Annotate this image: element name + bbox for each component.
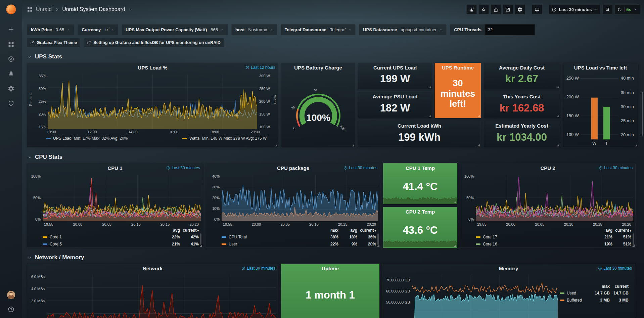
legend-row[interactable]: Core 1 22%42%	[43, 233, 199, 240]
panel-resize-handle[interactable]	[477, 144, 480, 146]
variable-value[interactable]: 865	[210, 27, 228, 32]
legend-row[interactable]: Core 16 19%51%	[476, 240, 631, 247]
page-scrollbar[interactable]	[641, 19, 644, 318]
panel-title[interactable]: CPU 2 Last 30 minutes	[460, 164, 635, 172]
alerting-bell-icon[interactable]	[8, 71, 14, 77]
panel-title[interactable]: UPS Load vs Time left	[563, 63, 638, 72]
variable-value[interactable]: kr	[104, 27, 118, 32]
panel-resize-handle[interactable]	[454, 201, 456, 203]
legend-row[interactable]: Core 17 21%51%	[476, 233, 631, 240]
row-header-network-memory[interactable]: Network / Memory	[28, 254, 639, 261]
panel-resize-handle[interactable]	[632, 244, 635, 247]
user-avatar[interactable]	[7, 290, 15, 301]
legend-header-avg[interactable]: avg	[338, 228, 357, 233]
panel-title[interactable]: Uptime	[281, 264, 379, 273]
chevron-down-icon[interactable]	[128, 7, 133, 12]
variable-kwh-price[interactable]: kWh Price 0.65	[27, 24, 74, 35]
link-grafana-plex-theme[interactable]: Grafana Plex Theme	[27, 38, 80, 47]
legend-header-max[interactable]: max	[591, 284, 610, 289]
create-icon[interactable]	[8, 26, 14, 33]
panel-title[interactable]: Memory Last 30 minutes	[382, 264, 635, 273]
variable-telegraf-datasource[interactable]: Telegraf Datasource Telegraf	[281, 24, 356, 35]
help-icon[interactable]	[8, 306, 14, 313]
refresh-picker[interactable]: 5s	[614, 4, 640, 14]
row-header-cpu-stats[interactable]: CPU Stats	[28, 154, 639, 161]
panel-title[interactable]: Average PSU Load	[358, 92, 432, 101]
panel-title[interactable]: Estimated Yearly Cost	[484, 121, 560, 130]
legend-row[interactable]: Buffered 3 MB3 MB	[560, 297, 629, 304]
chart-area[interactable]	[43, 174, 201, 221]
panel-resize-handle[interactable]	[429, 115, 431, 117]
grafana-logo[interactable]	[0, 0, 22, 19]
panel-resize-handle[interactable]	[477, 115, 480, 117]
panel-title[interactable]: Average Daily Cost	[484, 63, 560, 72]
panel-resize-handle[interactable]	[635, 144, 637, 146]
panel-resize-handle[interactable]	[454, 244, 456, 247]
panel-resize-handle[interactable]	[557, 86, 559, 88]
variable-value[interactable]: 0.65	[55, 27, 74, 32]
configuration-gear-icon[interactable]	[8, 85, 14, 92]
panel-resize-handle[interactable]	[352, 144, 354, 146]
legend-scrollbar[interactable]	[200, 233, 201, 245]
legend-row[interactable]: Core 5 21%41%	[43, 240, 199, 247]
chart-area[interactable]	[47, 275, 276, 318]
legend-item-ups-load[interactable]: UPS Load Min: 17% Max: 32% Avg: 20%	[46, 136, 128, 141]
panel-title[interactable]: UPS Load % Last 12 hours	[27, 63, 278, 72]
panel-title[interactable]: Network Last 30 minutes	[27, 264, 278, 273]
variable-value[interactable]: apcupsd-container	[400, 27, 446, 32]
zoom-out-time-button[interactable]	[602, 4, 613, 14]
variable-ups-datasource[interactable]: UPS Datasource apcupsd-container	[359, 24, 447, 35]
legend-scrollbar[interactable]	[377, 233, 379, 245]
share-dashboard-button[interactable]	[491, 4, 501, 14]
panel-title[interactable]: UPS Runtime	[435, 63, 480, 72]
cycle-view-mode-button[interactable]	[532, 4, 542, 14]
time-range-picker[interactable]: Last 30 minutes	[549, 4, 600, 14]
legend-row[interactable]: Used 14.7 GB14.7 GB	[560, 289, 629, 297]
add-panel-button[interactable]	[466, 4, 477, 14]
variable-value[interactable]: Nostromo	[247, 27, 277, 32]
dashboards-icon[interactable]	[8, 41, 14, 48]
bar-time-left[interactable]	[603, 107, 609, 139]
legend-header-avg[interactable]: avg	[594, 228, 612, 233]
chart-area[interactable]	[222, 174, 378, 221]
panel-title[interactable]: Current Load kWh	[358, 121, 480, 130]
chart-area[interactable]	[412, 275, 558, 318]
row-header-ups-stats[interactable]: UPS Stats	[28, 53, 639, 60]
breadcrumb-app[interactable]: Unraid	[36, 6, 52, 12]
panel-title[interactable]: UPS Battery Charge	[281, 63, 355, 72]
variable-currency[interactable]: Currency kr	[78, 24, 118, 35]
legend-row[interactable]: User 22%9%20%	[222, 240, 376, 247]
legend-header-current[interactable]: current	[357, 228, 376, 233]
panel-resize-handle[interactable]	[429, 86, 431, 88]
legend-row[interactable]: CPU Total 38%18%36%	[222, 233, 376, 240]
legend-header-current[interactable]: current	[180, 228, 199, 233]
variable-ups-max-output[interactable]: UPS Max Output Power Capacity (Watt) 865	[122, 24, 228, 35]
link-ups-monitoring-guide[interactable]: Setting up Grafana and InfluxDB for UPS …	[84, 38, 224, 47]
save-dashboard-button[interactable]	[503, 4, 513, 14]
panel-resize-handle[interactable]	[557, 115, 559, 117]
scrollbar-thumb[interactable]	[642, 92, 643, 136]
server-admin-shield-icon[interactable]	[8, 100, 14, 107]
variable-value[interactable]: Telegraf	[329, 27, 355, 32]
legend-header-max[interactable]: max	[320, 228, 338, 233]
legend-header-current[interactable]: current	[612, 228, 631, 233]
panel-title[interactable]: CPU 1 Temp	[383, 164, 457, 172]
legend-header-avg[interactable]: avg	[161, 228, 180, 233]
panel-resize-handle[interactable]	[275, 144, 277, 146]
legend-header-current[interactable]: current	[610, 284, 629, 289]
explore-compass-icon[interactable]	[8, 56, 14, 62]
variable-host[interactable]: host Nostromo	[231, 24, 277, 35]
legend-scrollbar[interactable]	[633, 233, 634, 245]
dashboard-settings-button[interactable]	[515, 4, 525, 14]
panel-title[interactable]: Current UPS Load	[358, 63, 432, 72]
chart-area[interactable]	[48, 74, 257, 129]
panel-resize-handle[interactable]	[557, 144, 559, 146]
panel-title[interactable]: CPU 1 Last 30 minutes	[27, 164, 203, 172]
panel-resize-handle[interactable]	[377, 244, 379, 247]
dashboard-title[interactable]: Unraid System Dashboard	[62, 6, 125, 12]
bar-watts[interactable]	[591, 98, 597, 140]
panel-resize-handle[interactable]	[200, 244, 202, 247]
cpu-threads-input[interactable]	[485, 24, 535, 35]
panel-title[interactable]: CPU package Last 30 minutes	[206, 164, 380, 172]
legend-item-watts[interactable]: Watts Min: 148 W Max: 278 W Avg: 175 W	[182, 136, 267, 141]
